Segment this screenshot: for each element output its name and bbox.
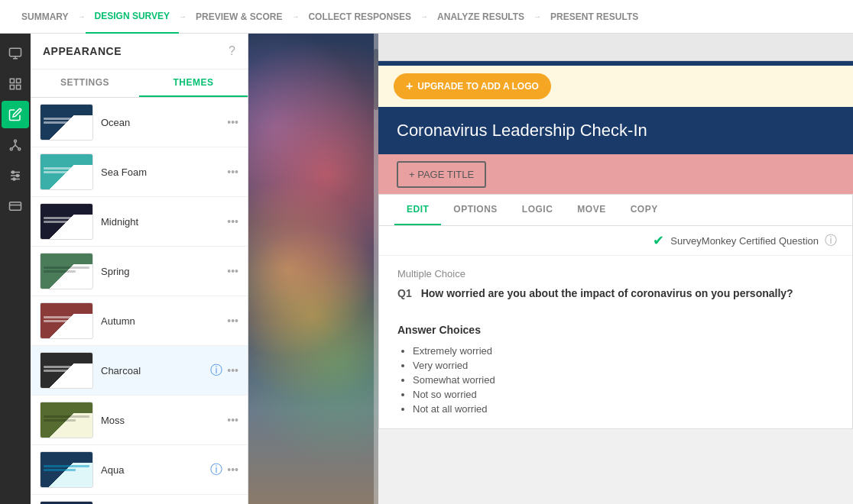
theme-name-aqua: Aqua (101, 464, 203, 476)
nav-collect-responses[interactable]: COLLECT RESPONSES (299, 0, 420, 34)
theme-item-moss[interactable]: Moss ••• (31, 396, 248, 445)
theme-actions-spring: ••• (227, 265, 238, 277)
theme-name-spring: Spring (101, 266, 219, 277)
svg-point-12 (17, 175, 19, 177)
nav-summary[interactable]: SUMMARY (12, 0, 78, 34)
theme-item-charcoal[interactable]: Charcoal ⓘ ••• (31, 346, 248, 396)
theme-actions-autumn: ••• (227, 315, 238, 327)
theme-name-seafoam: Sea Foam (101, 166, 219, 178)
main-layout: APPEARANCE ? SETTINGS THEMES Ocean (0, 34, 853, 504)
theme-actions-aqua: ⓘ ••• (210, 462, 238, 478)
answer-item-5: Not at all worried (413, 402, 834, 416)
sidebar-icon-grid[interactable] (2, 70, 29, 98)
answer-choices-list: Extremely worried Very worried Somewhat … (397, 344, 834, 416)
nav-arrow-2: → (179, 12, 186, 21)
theme-item-citylights[interactable]: City Lights ••• (31, 495, 248, 504)
theme-item-midnight[interactable]: Midnight ••• (31, 197, 248, 247)
nav-analyze-results[interactable]: ANALYZE RESULTS (428, 0, 534, 34)
svg-point-5 (15, 140, 17, 142)
svg-rect-4 (17, 86, 21, 89)
tab-copy[interactable]: COPY (618, 195, 670, 225)
tab-options[interactable]: OPTIONS (441, 195, 510, 225)
upgrade-bar: + UPGRADE TO ADD A LOGO (378, 66, 853, 107)
theme-actions-ocean: ••• (227, 116, 238, 128)
info-icon-charcoal[interactable]: ⓘ (210, 363, 222, 379)
panel-title: APPEARANCE (43, 45, 122, 57)
icon-sidebar (0, 34, 31, 504)
editor-tabs: EDIT OPTIONS LOGIC MOVE COPY (379, 195, 852, 226)
sidebar-icon-card[interactable] (2, 192, 29, 220)
answer-item-2: Very worried (413, 358, 834, 373)
question-editor: EDIT OPTIONS LOGIC MOVE COPY ✔ SurveyMon… (378, 194, 853, 429)
theme-actions-charcoal: ⓘ ••• (210, 363, 238, 379)
more-icon-ocean[interactable]: ••• (227, 116, 238, 128)
survey-header-bar (378, 34, 853, 61)
theme-thumb-midnight (40, 203, 93, 240)
more-icon-autumn[interactable]: ••• (227, 315, 238, 327)
theme-item-aqua[interactable]: Aqua ⓘ ••• (31, 445, 248, 495)
nav-preview-score[interactable]: PREVIEW & SCORE (186, 0, 291, 34)
theme-thumb-charcoal (40, 352, 93, 389)
nav-design-survey[interactable]: DESIGN SURVEY (86, 0, 179, 34)
svg-rect-1 (10, 79, 14, 82)
more-icon-charcoal[interactable]: ••• (227, 364, 238, 376)
question-body: Multiple Choice Q1 How worried are you a… (379, 256, 852, 324)
more-icon-seafoam[interactable]: ••• (227, 166, 238, 178)
answer-item-1: Extremely worried (413, 344, 834, 358)
upgrade-logo-button[interactable]: + UPGRADE TO ADD A LOGO (394, 73, 551, 99)
answer-item-3: Somewhat worried (413, 373, 834, 387)
sidebar-icon-sliders[interactable] (2, 162, 29, 189)
scrollbar-thumb (374, 49, 378, 110)
tab-logic[interactable]: LOGIC (510, 195, 566, 225)
answer-item-4: Not so worried (413, 387, 834, 402)
theme-actions-midnight: ••• (227, 215, 238, 228)
svg-rect-0 (10, 48, 21, 57)
theme-item-autumn[interactable]: Autumn ••• (31, 296, 248, 346)
sidebar-icon-pencil[interactable] (2, 101, 29, 128)
info-icon-aqua[interactable]: ⓘ (210, 462, 222, 478)
nav-present-results[interactable]: PRESENT RESULTS (541, 0, 647, 34)
plus-icon: + (406, 79, 413, 93)
tab-themes[interactable]: THEMES (139, 69, 248, 97)
more-icon-moss[interactable]: ••• (227, 414, 238, 426)
survey-pink-bar: + PAGE TITLE (378, 154, 853, 194)
svg-rect-14 (10, 202, 21, 211)
more-icon-aqua[interactable]: ••• (227, 464, 238, 476)
more-icon-midnight[interactable]: ••• (227, 215, 238, 228)
sidebar-icon-flow[interactable] (2, 131, 29, 159)
theme-thumb-seafoam (40, 153, 93, 190)
theme-actions-seafoam: ••• (227, 166, 238, 178)
svg-point-11 (12, 171, 15, 173)
survey-title-bar: Coronavirus Leadership Check-In (378, 107, 853, 154)
theme-thumb-citylights (40, 501, 93, 504)
theme-thumb-aqua (40, 451, 93, 488)
question-text: How worried are you about the impact of … (421, 287, 793, 299)
answer-choices-label: Answer Choices (397, 324, 834, 336)
nav-arrow-4: → (420, 12, 428, 21)
theme-name-moss: Moss (101, 415, 219, 426)
question-type-label: Multiple Choice (397, 268, 834, 279)
tab-settings[interactable]: SETTINGS (31, 69, 139, 97)
tab-move[interactable]: MOVE (565, 195, 618, 225)
sidebar-icon-monitor[interactable] (2, 40, 29, 67)
theme-name-ocean: Ocean (101, 117, 219, 128)
scrollbar[interactable] (374, 34, 378, 504)
page-title-button[interactable]: + PAGE TITLE (397, 161, 486, 188)
svg-point-7 (18, 148, 21, 150)
tab-edit[interactable]: EDIT (394, 195, 441, 225)
question-number: Q1 (397, 287, 412, 299)
upgrade-btn-label: UPGRADE TO ADD A LOGO (417, 81, 538, 92)
more-icon-spring[interactable]: ••• (227, 265, 238, 277)
theme-item-spring[interactable]: Spring ••• (31, 247, 248, 296)
theme-name-autumn: Autumn (101, 315, 219, 327)
theme-item-ocean[interactable]: Ocean ••• (31, 98, 248, 147)
nav-arrow-5: → (534, 12, 541, 21)
help-circle-icon[interactable]: ⓘ (825, 233, 837, 249)
panel-help-icon[interactable]: ? (229, 44, 235, 58)
preview-background (248, 34, 378, 504)
theme-item-seafoam[interactable]: Sea Foam ••• (31, 147, 248, 197)
question-row: Q1 How worried are you about the impact … (397, 287, 834, 299)
panel-tabs: SETTINGS THEMES (31, 69, 248, 98)
nav-arrow-3: → (291, 12, 299, 21)
theme-thumb-moss (40, 402, 93, 438)
